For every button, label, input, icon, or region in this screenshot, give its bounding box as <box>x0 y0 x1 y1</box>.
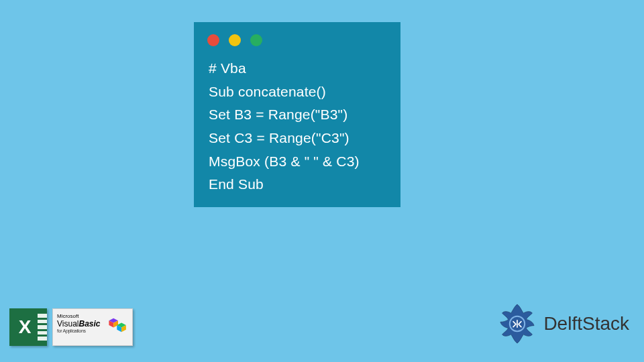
close-icon <box>207 34 219 46</box>
code-line: Set B3 = Range("B3") <box>209 107 347 122</box>
visual-basic-label: Microsoft VisualBasic for Applications <box>52 308 133 346</box>
excel-icon: X <box>9 308 47 346</box>
vb-visual: Visual <box>57 319 78 328</box>
code-window: # Vba Sub concatenate() Set B3 = Range("… <box>194 22 400 207</box>
delftstack-brand: DelftStack <box>495 302 629 346</box>
code-block: # Vba Sub concatenate() Set B3 = Range("… <box>209 57 387 196</box>
code-line: Sub concatenate() <box>209 84 326 99</box>
maximize-icon <box>250 34 262 46</box>
code-line: # Vba <box>209 60 246 76</box>
excel-vba-badge: X Microsoft VisualBasic for Applications <box>9 308 133 346</box>
vb-boxes-icon <box>107 316 129 335</box>
minimize-icon <box>229 34 241 46</box>
code-line: MsgBox (B3 & " " & C3) <box>209 154 360 169</box>
excel-letter: X <box>19 316 32 338</box>
traffic-lights <box>207 34 387 46</box>
delftstack-name: DelftStack <box>543 313 629 335</box>
code-line: End Sub <box>209 176 264 192</box>
delftstack-logo-icon <box>495 302 539 346</box>
code-line: Set C3 = Range("C3") <box>209 130 350 145</box>
vb-basic: Basic <box>78 319 100 328</box>
